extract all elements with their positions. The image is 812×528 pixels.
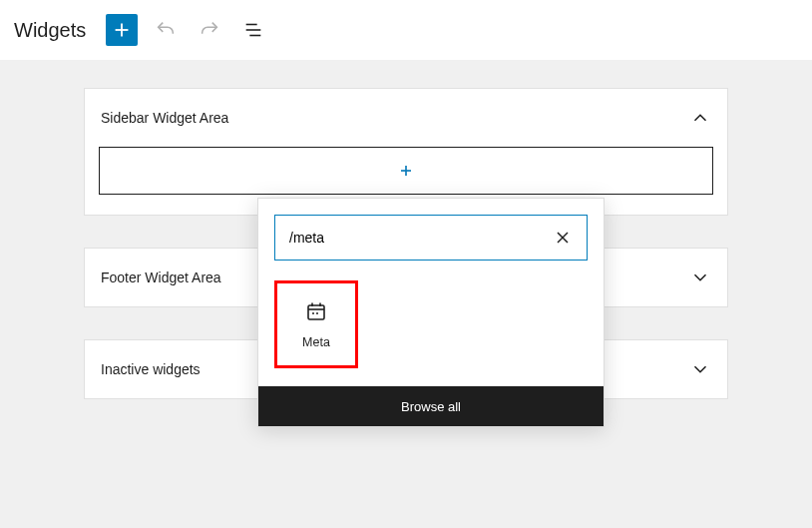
list-view-icon [242,19,264,41]
clear-search-button[interactable] [549,224,577,252]
redo-button[interactable] [194,14,225,46]
browse-all-button[interactable]: Browse all [258,386,604,426]
undo-button[interactable] [150,14,182,46]
close-icon [553,228,573,248]
inserter-search [274,215,588,261]
content-area: Sidebar Widget Area Footer Widget Area I… [0,60,812,459]
panel-header[interactable]: Sidebar Widget Area [85,89,727,147]
calendar-icon [304,299,328,323]
add-block-button[interactable] [106,14,138,46]
undo-icon [155,19,177,41]
plus-icon [111,19,133,41]
panel-title: Sidebar Widget Area [101,110,228,126]
list-view-button[interactable] [237,14,269,46]
chevron-up-icon [689,107,711,129]
svg-point-13 [312,312,314,314]
block-inserter-popover: Meta Browse all [257,198,605,427]
block-result-meta[interactable]: Meta [274,280,358,368]
widget-area-panel: Sidebar Widget Area [84,88,728,216]
toolbar-actions [106,14,269,46]
inserter-search-row [258,199,604,272]
svg-rect-9 [308,305,324,319]
panel-title: Inactive widgets [101,361,201,377]
top-toolbar: Widgets [0,0,812,60]
block-result-label: Meta [302,335,330,349]
add-block-placeholder[interactable] [99,147,713,195]
inserter-results: Meta [258,272,604,386]
panel-title: Footer Widget Area [101,269,221,285]
redo-icon [199,19,220,41]
svg-point-14 [316,312,318,314]
page-title: Widgets [14,19,86,42]
search-input[interactable] [289,230,549,246]
chevron-down-icon [689,266,711,288]
chevron-down-icon [689,358,711,380]
plus-icon [396,161,416,181]
